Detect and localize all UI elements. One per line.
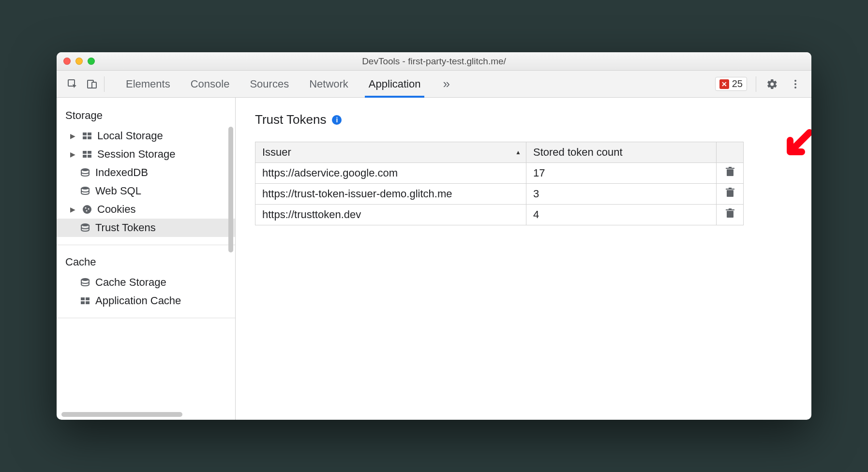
database-icon <box>80 277 90 288</box>
window-titlebar: DevTools - first-party-test.glitch.me/ <box>57 52 811 71</box>
svg-rect-22 <box>81 297 85 300</box>
sidebar-scrollbar[interactable] <box>228 127 233 252</box>
expand-caret-icon: ▶ <box>70 132 77 140</box>
cell-count: 4 <box>526 205 717 225</box>
sidebar-item-label: Web SQL <box>95 185 141 197</box>
sidebar-item-indexeddb[interactable]: IndexedDB <box>57 163 235 182</box>
table-row[interactable]: https://adservice.google.com 17 <box>255 163 744 184</box>
svg-rect-33 <box>726 209 734 210</box>
annotation-arrow-icon <box>780 128 811 162</box>
window-title: DevTools - first-party-test.glitch.me/ <box>57 56 811 67</box>
svg-point-16 <box>83 205 91 214</box>
cell-issuer: https://trust-token-issuer-demo.glitch.m… <box>255 184 526 205</box>
sidebar-item-session-storage[interactable]: ▶ Session Storage <box>57 145 235 163</box>
more-tabs-button[interactable]: » <box>440 76 452 91</box>
tab-console[interactable]: Console <box>190 71 231 97</box>
svg-rect-31 <box>729 188 732 189</box>
svg-rect-24 <box>81 301 85 304</box>
grid-icon <box>82 131 92 141</box>
tab-application[interactable]: Application <box>368 71 422 97</box>
toolbar-divider <box>756 76 756 92</box>
traffic-lights <box>63 58 95 65</box>
sidebar-item-label: Session Storage <box>97 148 175 161</box>
main-content: Trust Tokens i Issuer ▲ Stored token cou… <box>236 98 811 420</box>
kebab-menu-button[interactable] <box>788 77 803 91</box>
svg-rect-11 <box>88 151 91 154</box>
svg-rect-26 <box>727 169 733 176</box>
sidebar-item-label: Cookies <box>97 203 135 216</box>
svg-rect-29 <box>727 190 733 197</box>
panel-body: Storage ▶ Local Storage ▶ Session Storag… <box>57 98 811 420</box>
table-row[interactable]: https://trusttoken.dev 4 <box>255 205 744 225</box>
sidebar-item-websql[interactable]: Web SQL <box>57 182 235 200</box>
devtools-toolbar: Elements Console Sources Network Applica… <box>57 71 811 98</box>
svg-rect-27 <box>726 168 734 169</box>
heading-text: Trust Tokens <box>255 112 326 127</box>
tab-sources[interactable]: Sources <box>249 71 290 97</box>
delete-button[interactable] <box>726 208 734 218</box>
expand-caret-icon: ▶ <box>70 150 77 158</box>
sidebar-item-cookies[interactable]: ▶ Cookies <box>57 200 235 219</box>
svg-point-20 <box>81 223 89 226</box>
sort-asc-icon: ▲ <box>515 149 521 156</box>
sidebar-item-application-cache[interactable]: Application Cache <box>57 292 235 310</box>
svg-rect-10 <box>83 151 87 154</box>
svg-point-4 <box>794 83 796 85</box>
svg-point-3 <box>794 80 796 82</box>
close-window-button[interactable] <box>63 58 71 65</box>
settings-button[interactable] <box>765 77 779 91</box>
inspect-element-button[interactable] <box>65 77 80 91</box>
column-header-issuer[interactable]: Issuer ▲ <box>255 142 526 163</box>
svg-point-14 <box>81 168 89 171</box>
sidebar-item-label: Local Storage <box>97 130 163 142</box>
sidebar-item-label: IndexedDB <box>95 166 148 179</box>
delete-button[interactable] <box>726 188 734 197</box>
sidebar-item-label: Application Cache <box>95 295 181 307</box>
svg-point-19 <box>86 210 88 212</box>
database-icon <box>80 222 90 233</box>
page-heading: Trust Tokens i <box>255 112 792 127</box>
svg-rect-6 <box>83 133 87 135</box>
application-sidebar: Storage ▶ Local Storage ▶ Session Storag… <box>57 98 236 420</box>
column-header-actions <box>717 142 744 163</box>
sidebar-h-scrollbar[interactable] <box>61 412 182 417</box>
tab-elements[interactable]: Elements <box>125 71 171 97</box>
table-row[interactable]: https://trust-token-issuer-demo.glitch.m… <box>255 184 744 205</box>
error-count: 25 <box>732 78 743 89</box>
delete-button[interactable] <box>726 167 734 177</box>
svg-rect-23 <box>86 297 90 300</box>
cookie-icon <box>82 204 92 215</box>
svg-rect-12 <box>83 155 87 158</box>
column-header-count[interactable]: Stored token count <box>526 142 717 163</box>
error-count-badge[interactable]: ✕ 25 <box>715 77 747 91</box>
panel-tabs: Elements Console Sources Network Applica… <box>125 71 710 97</box>
svg-rect-28 <box>729 167 732 168</box>
svg-point-15 <box>81 187 89 190</box>
tab-network[interactable]: Network <box>308 71 349 97</box>
sidebar-item-label: Trust Tokens <box>95 221 156 234</box>
table-header-row: Issuer ▲ Stored token count <box>255 142 744 163</box>
sidebar-item-trust-tokens[interactable]: Trust Tokens <box>57 219 235 237</box>
grid-icon <box>82 149 92 160</box>
svg-point-21 <box>81 278 89 281</box>
database-icon <box>80 186 90 196</box>
svg-point-17 <box>85 207 87 209</box>
svg-point-18 <box>88 208 90 210</box>
sidebar-item-cache-storage[interactable]: Cache Storage <box>57 273 235 292</box>
info-icon[interactable]: i <box>332 115 342 125</box>
svg-rect-13 <box>88 155 91 158</box>
sidebar-item-local-storage[interactable]: ▶ Local Storage <box>57 127 235 145</box>
device-toolbar-button[interactable] <box>85 77 99 91</box>
svg-point-5 <box>794 87 796 88</box>
error-icon: ✕ <box>719 79 729 89</box>
svg-rect-34 <box>729 208 732 209</box>
toolbar-right: ✕ 25 <box>715 76 803 92</box>
sidebar-section-cache: Cache <box>57 253 235 273</box>
sidebar-divider <box>57 245 235 245</box>
maximize-window-button[interactable] <box>88 58 95 65</box>
cell-issuer: https://adservice.google.com <box>255 163 526 184</box>
minimize-window-button[interactable] <box>75 58 83 65</box>
svg-rect-7 <box>88 133 91 135</box>
database-icon <box>80 167 90 178</box>
trust-tokens-table: Issuer ▲ Stored token count https://adse… <box>255 142 744 225</box>
